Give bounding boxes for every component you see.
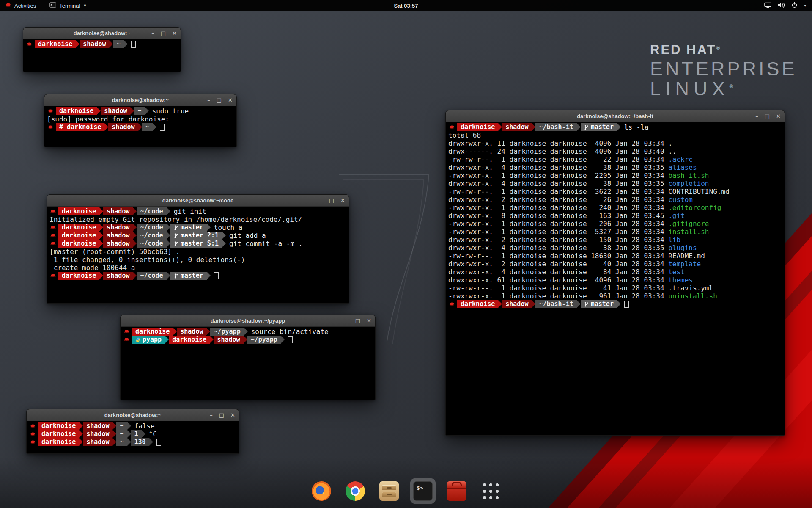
prompt-segment-git: master ?:1 [170, 232, 222, 240]
file-name: bash_it.sh [668, 171, 709, 179]
dock-item-chrome[interactable] [343, 478, 368, 504]
file-name: .git [668, 212, 685, 220]
redhat-prompt-icon [50, 273, 56, 279]
window-titlebar[interactable]: darknoise@shadow:~/code – □ ✕ [47, 195, 349, 207]
redhat-prompt-icon [27, 41, 32, 47]
terminal-content[interactable]: darknoiseshadow~ [23, 39, 181, 48]
app-menu-terminal[interactable]: Terminal ▼ [44, 0, 92, 11]
close-button[interactable]: ✕ [367, 318, 371, 324]
terminal-content[interactable]: darknoiseshadow~falsedarknoiseshadow~1^C… [27, 421, 239, 446]
toolbox-icon [447, 481, 466, 501]
terminal-output-line: create mode 100644 a [49, 264, 346, 272]
file-name: custom [668, 196, 693, 204]
terminal-content[interactable]: darknoiseshadow~/codegit initInitialized… [47, 207, 349, 280]
prompt-segment-host: shadow [103, 207, 133, 215]
prompt-segment-user: darknoise [457, 123, 498, 131]
prompt-segment-path: ~/pyapp [247, 336, 281, 344]
clock[interactable]: Sat 03:57 [394, 3, 418, 9]
prompt-segment-user: darknoise [132, 328, 173, 336]
window-titlebar[interactable]: darknoise@shadow:~ – □ ✕ [44, 94, 236, 106]
terminal-output-line: drwxrwxr-x. 11 darknoise darknoise 4096 … [448, 139, 782, 147]
prompt-segment-exit: 1 [131, 430, 142, 438]
dock-item-files[interactable] [376, 478, 402, 504]
terminal-content[interactable]: darknoiseshadow~/bash-itmasterls -latota… [446, 122, 785, 308]
terminal-prompt-line: pyappdarknoiseshadow~/pyapp [123, 336, 373, 344]
wordmark-enterprise: ENTERPRISE [650, 59, 797, 79]
files-icon [379, 481, 399, 501]
terminal-prompt-line: darknoiseshadow~/codemaster S:1git commi… [49, 240, 346, 248]
minimize-button[interactable]: – [207, 97, 210, 103]
maximize-button[interactable]: □ [217, 97, 222, 103]
minimize-button[interactable]: – [151, 30, 154, 36]
minimize-button[interactable]: – [755, 113, 758, 119]
close-button[interactable]: ✕ [776, 113, 781, 119]
maximize-button[interactable]: □ [219, 412, 224, 418]
minimize-button[interactable]: – [346, 318, 349, 324]
terminal-cursor [160, 124, 165, 131]
prompt-segment-user: darknoise [58, 232, 99, 240]
maximize-button[interactable]: □ [765, 113, 770, 119]
prompt-segment-host: shadow [103, 272, 133, 280]
prompt-segment-host: shadow [101, 107, 130, 115]
maximize-button[interactable]: □ [355, 318, 360, 324]
system-status-area[interactable]: ▾ [764, 2, 812, 9]
terminal-output-line: -rwxrwxr-x. 1 darknoise darknoise 5327 J… [448, 228, 782, 236]
terminal-window-4: darknoise@shadow:~/pyapp – □ ✕ darknoise… [120, 315, 376, 400]
terminal-prompt-line: darknoiseshadow~/codemastertouch a [49, 224, 346, 232]
terminal-output-line: -rwxrwxr-x. 1 darknoise darknoise 2205 J… [448, 171, 782, 179]
terminal-output-line: drwxrwxr-x. 2 darknoise darknoise 40 Jan… [448, 260, 782, 268]
window-title: darknoise@shadow:~ [74, 30, 130, 36]
terminal-output-line: -rw-rw-r--. 1 darknoise darknoise 3622 J… [448, 188, 782, 196]
prompt-segment-git: master [170, 224, 207, 232]
file-name: .travis.yml [668, 284, 713, 292]
terminal-output-line: drwxrwxr-x. 61 darknoise darknoise 4096 … [448, 276, 782, 284]
dock-item-firefox[interactable] [309, 478, 334, 504]
window-title: darknoise@shadow:~ [104, 412, 161, 418]
minimize-button[interactable]: – [210, 412, 213, 418]
redhat-prompt-icon [30, 439, 36, 445]
terminal-cursor [624, 301, 629, 308]
power-icon [791, 2, 798, 9]
terminal-prompt-line: darknoiseshadow~130 [29, 438, 236, 446]
redhat-prompt-icon [50, 209, 56, 214]
window-titlebar[interactable]: darknoise@shadow:~/bash-it – □ ✕ [446, 110, 785, 122]
prompt-segment-user: darknoise [58, 207, 99, 215]
dock-item-show-applications[interactable] [478, 478, 503, 504]
terminal-output-line: drwx------. 24 darknoise darknoise 4096 … [448, 147, 782, 155]
close-button[interactable]: ✕ [230, 412, 235, 418]
redhat-prompt-icon [48, 108, 53, 114]
redhat-prompt-icon [30, 431, 36, 437]
prompt-segment-host: shadow [177, 328, 206, 336]
prompt-segment-path: ~/bash-it [535, 300, 576, 308]
window-titlebar[interactable]: darknoise@shadow:~ – □ ✕ [27, 409, 239, 421]
redhat-prompt-icon [30, 423, 36, 429]
file-name: .ackrc [668, 155, 693, 163]
window-titlebar[interactable]: darknoise@shadow:~ – □ ✕ [23, 28, 181, 39]
terminal-output-line: Initialized empty Git repository in /hom… [49, 215, 346, 224]
display-icon [764, 2, 771, 9]
terminal-content[interactable]: darknoiseshadow~/pyappsource bin/activat… [121, 327, 375, 344]
close-button[interactable]: ✕ [340, 197, 345, 204]
terminal-content[interactable]: darknoiseshadow~sudo true[sudo] password… [44, 106, 236, 131]
prompt-segment-user: darknoise [38, 430, 79, 438]
status-caret-icon: ▾ [804, 3, 806, 8]
window-title: darknoise@shadow:~/bash-it [577, 113, 653, 119]
close-button[interactable]: ✕ [172, 30, 177, 36]
redhat-prompt-icon [124, 337, 129, 342]
dock-item-toolbox[interactable] [444, 478, 469, 504]
activities-button[interactable]: Activities [0, 0, 41, 11]
redhat-logo-icon [5, 2, 11, 9]
close-button[interactable]: ✕ [228, 97, 233, 103]
app-grid-icon [481, 482, 500, 501]
redhat-prompt-icon [48, 124, 53, 130]
prompt-segment-user: darknoise [58, 240, 99, 248]
terminal-cursor [156, 439, 161, 446]
maximize-button[interactable]: □ [161, 30, 166, 36]
window-titlebar[interactable]: darknoise@shadow:~/pyapp – □ ✕ [121, 315, 375, 327]
terminal-output-line: [master (root-commit) 50bcb63] . [49, 248, 346, 256]
minimize-button[interactable]: – [320, 197, 323, 204]
maximize-button[interactable]: □ [329, 197, 334, 204]
prompt-segment-path: ~/bash-it [535, 123, 576, 131]
dock-item-terminal[interactable]: $> [410, 478, 436, 504]
prompt-segment-path: ~/code [137, 240, 166, 248]
